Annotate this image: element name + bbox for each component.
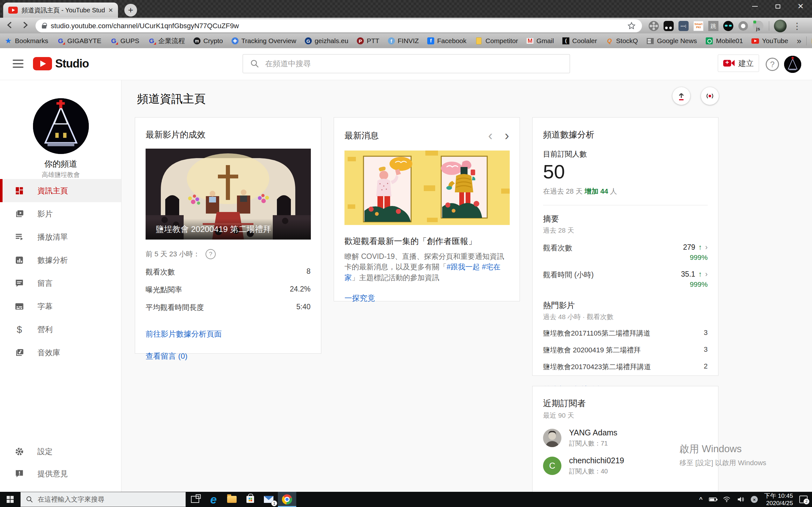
forward-button[interactable] [20,20,31,31]
channel-avatar[interactable] [33,98,89,154]
bookmark-item[interactable]: G企業流程 [148,37,185,45]
youtube-studio-logo[interactable]: Studio [33,57,89,70]
top-video-row[interactable]: 鹽埕教會20171105第二場禮拜講道3 [543,329,708,338]
store-button[interactable] [241,492,259,507]
browser-menu-icon[interactable]: ⋮ [790,21,805,32]
bookmark-item[interactable]: fFINVIZ [388,37,419,45]
bookmark-label: Coolaler [572,37,597,45]
bookmark-item[interactable]: YouTube [751,37,788,45]
sidebar-item-comments[interactable]: 留言 [0,272,121,295]
top-video-row[interactable]: 鹽埕教會 20200419 第二場禮拜3 [543,345,708,355]
task-view-button[interactable] [186,492,204,507]
news-illustration[interactable] [345,151,510,225]
sidebar-item-subtitles[interactable]: 字幕 [0,295,121,318]
bookmark-item[interactable]: ★Bookmarks [4,37,48,45]
bookmark-item[interactable]: PPTT [357,37,379,45]
film-extension-icon[interactable] [648,20,660,32]
bookmark-item[interactable]: QStockQ [606,37,638,45]
tracking-icon: ✚ [232,38,239,44]
bookmarks-overflow-icon[interactable]: » [797,36,801,46]
ring-extension-icon[interactable] [737,20,749,32]
stat-row: 曝光點閱率 24.2% [146,285,310,295]
chrome-taskbar-button[interactable] [278,492,296,507]
news-card: 最新消息 ‹ › [334,117,520,301]
battery-icon[interactable] [709,498,716,501]
stat-label: 曝光點閱率 [146,285,182,295]
smartpki-extension-icon[interactable]: Smart PKI [693,20,705,32]
sidebar-item-videos[interactable]: 影片 [0,202,121,225]
video-period-label: 前 5 天 23 小時： [146,249,200,259]
bookmark-item[interactable]: (Coolaler [562,37,597,45]
bookmark-star-icon[interactable] [627,22,636,30]
sidebar-item-monetization[interactable]: $ 營利 [0,318,121,341]
jump-extension-icon[interactable]: 跳 [707,20,719,32]
news-prev-icon[interactable]: ‹ [488,129,493,142]
js-extension-icon[interactable]: js [752,20,764,32]
metric-row[interactable]: 觀看時間 (小時) 35.1↑› 999% [543,270,708,289]
bookmark-item[interactable]: ✚Tracking Overview [232,37,296,45]
channel-search-box[interactable] [243,54,570,73]
upload-video-button[interactable] [672,87,690,105]
question-icon[interactable]: ? [206,249,216,259]
sidebar-item-playlists[interactable]: 播放清單 [0,225,121,248]
bookmark-item[interactable]: Ggeizhals.eu [305,37,348,45]
taskbar-search[interactable] [20,492,186,507]
action-center-icon[interactable]: 2 [799,496,808,503]
bookmark-item[interactable]: Google News [647,37,697,45]
bookmark-item[interactable]: mCrypto [194,37,223,45]
bookmark-item[interactable]: GGUPS [110,37,139,45]
bookmark-label: Gmail [537,37,554,45]
password-extension-icon[interactable]: •••| [677,20,690,32]
browser-profile-avatar[interactable] [774,20,786,32]
gigabyte-icon: G [57,37,64,45]
robot-extension-icon[interactable] [722,20,734,32]
sidebar-item-audio-library[interactable]: 音效庫 [0,341,121,364]
bookmark-item[interactable]: Mobile01 [705,37,743,45]
sidebar-item-analytics[interactable]: 數據分析 [0,248,121,272]
go-live-button[interactable] [701,87,719,105]
minimize-button[interactable] [744,0,766,13]
new-tab-button[interactable]: + [124,4,137,16]
start-button[interactable] [0,492,20,507]
sidebar-item-feedback[interactable]: 提供意見 [0,463,121,485]
darkreader-extension-icon[interactable] [663,20,675,32]
tab-close-icon[interactable]: × [108,6,113,14]
sidebar-item-dashboard[interactable]: 資訊主頁 [0,179,121,202]
edge-taskbar-button[interactable]: e [204,492,223,507]
address-bar[interactable]: studio.youtube.com/channel/UCurK1qnfGbsg… [36,19,642,32]
view-comments-link[interactable]: 查看留言 (0) [146,351,310,361]
back-button[interactable] [4,20,15,31]
wifi-icon[interactable] [723,496,730,503]
bookmark-item[interactable]: Competitor [475,37,518,45]
sidebar-item-settings[interactable]: 設定 [0,441,121,463]
taskbar-search-input[interactable] [38,496,181,503]
bookmark-item[interactable]: GGIGABYTE [57,37,101,45]
account-avatar[interactable] [784,56,801,73]
top-video-row[interactable]: 鹽埕教會20170423第二場禮拜講道2 [543,362,708,372]
gear-icon [14,447,24,456]
subscriber-avatar [543,429,561,447]
status-x-icon[interactable]: × [751,496,758,503]
restore-button[interactable] [766,0,789,13]
hamburger-menu-icon[interactable] [13,60,23,68]
analytics-icon [14,256,24,265]
hidden-icons-caret[interactable]: ^ [699,496,703,503]
bookmark-label: PTT [367,37,379,45]
video-thumbnail[interactable]: 鹽埕教會 20200419 第二場禮拜 [146,149,311,239]
news-next-icon[interactable]: › [505,129,509,142]
help-icon[interactable]: ? [766,58,779,71]
file-explorer-button[interactable] [223,492,241,507]
create-button[interactable]: 建立 [718,55,759,72]
mail-button[interactable]: 1 [259,492,278,507]
browser-tab[interactable]: 頻道資訊主頁 - YouTube Studio × [3,3,118,18]
news-link[interactable]: 一探究竟 [345,293,509,303]
close-button[interactable]: ✕ [789,0,812,13]
video-analytics-link[interactable]: 前往影片數據分析頁面 [146,329,310,339]
volume-icon[interactable] [737,496,745,503]
bookmark-item[interactable]: MGmail [526,37,554,45]
metric-row[interactable]: 觀看次數 279↑› 999% [543,243,708,262]
taskbar-clock[interactable]: 下午 10:45 2020/4/25 [764,492,793,507]
search-input[interactable] [265,59,563,68]
taskbar: e 1 ^ × 下午 10:45 2020/4/25 2 [0,492,812,507]
bookmark-item[interactable]: fFacebook [427,37,466,45]
